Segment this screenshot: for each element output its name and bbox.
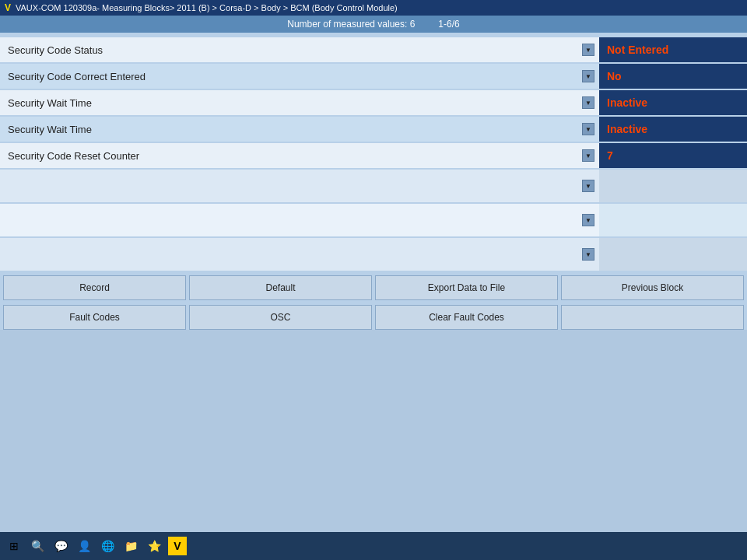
default-button[interactable]: Default (189, 275, 372, 300)
data-row: Security Wait Time ▼ Inactive (0, 117, 747, 142)
data-row: Security Code Reset Counter ▼ 7 (0, 143, 747, 168)
next-block-button[interactable] (561, 305, 744, 330)
value-text-5: 7 (607, 149, 613, 162)
data-row-empty: ▼ (0, 204, 747, 236)
field-cell-4: Security Wait Time ▼ (0, 117, 599, 142)
value-cell-3: Inactive (599, 90, 747, 115)
value-text-3: Inactive (607, 96, 647, 109)
osc-button[interactable]: OSC (189, 305, 372, 330)
taskbar: ⊞ 🔍 💬 👤 🌐 📁 ⭐ V (0, 532, 747, 560)
title-text: VAUX-COM 120309a- Measuring Blocks> 2011… (16, 3, 398, 12)
taskbar-vaux-icon[interactable]: V (168, 537, 187, 555)
field-cell-1: Security Code Status ▼ (0, 37, 599, 62)
field-cell-8: ▼ (0, 238, 599, 271)
vaux-logo: V (5, 2, 11, 13)
data-row-empty: ▼ (0, 238, 747, 271)
field-label-5: Security Code Reset Counter (8, 150, 591, 162)
clear-fault-button[interactable]: Clear Fault Codes (375, 305, 558, 330)
value-text-1: Not Entered (607, 44, 668, 56)
data-row-empty: ▼ (0, 170, 747, 202)
dropdown-arrow-6[interactable]: ▼ (582, 180, 594, 192)
taskbar-search-icon[interactable]: 🔍 (28, 537, 47, 555)
record-button[interactable]: Record (3, 275, 186, 300)
dropdown-arrow-2[interactable]: ▼ (582, 70, 594, 82)
data-row: Security Code Status ▼ Not Entered (0, 37, 747, 62)
value-cell-2: No (599, 64, 747, 89)
value-cell-1: Not Entered (599, 37, 747, 62)
dropdown-arrow-4[interactable]: ▼ (582, 123, 594, 135)
value-cell-6 (599, 170, 747, 202)
fault-codes-button[interactable]: Fault Codes (3, 305, 186, 330)
field-cell-7: ▼ (0, 204, 599, 236)
value-cell-4: Inactive (599, 117, 747, 142)
page-indicator: 1-6/6 (438, 19, 459, 30)
dropdown-arrow-5[interactable]: ▼ (582, 149, 594, 162)
export-button[interactable]: Export Data to File (375, 275, 558, 300)
value-text-4: Inactive (607, 123, 647, 135)
dropdown-arrow-3[interactable]: ▼ (582, 96, 594, 109)
dropdown-arrow-1[interactable]: ▼ (582, 44, 594, 56)
dropdown-arrow-8[interactable]: ▼ (582, 248, 594, 261)
taskbar-browser-icon[interactable]: 🌐 (98, 537, 117, 555)
field-label-2: Security Code Correct Entered (8, 71, 591, 82)
value-cell-5: 7 (599, 143, 747, 168)
field-cell-3: Security Wait Time ▼ (0, 90, 599, 115)
field-label-4: Security Wait Time (8, 124, 591, 135)
value-cell-7 (599, 204, 747, 236)
field-cell-2: Security Code Correct Entered ▼ (0, 64, 599, 89)
field-cell-6: ▼ (0, 170, 599, 202)
data-row: Security Wait Time ▼ Inactive (0, 90, 747, 115)
value-cell-8 (599, 238, 747, 271)
title-bar: V VAUX-COM 120309a- Measuring Blocks> 20… (0, 0, 747, 16)
taskbar-start-icon[interactable]: ⊞ (5, 537, 23, 555)
taskbar-chat-icon[interactable]: 💬 (51, 537, 70, 555)
main-content: Security Code Status ▼ Not Entered Secur… (0, 33, 747, 330)
button-row-2: Fault Codes OSC Clear Fault Codes (3, 305, 744, 330)
data-row: Security Code Correct Entered ▼ No (0, 64, 747, 89)
measured-values-label: Number of measured values: 6 (287, 19, 415, 30)
taskbar-star-icon[interactable]: ⭐ (145, 537, 163, 555)
field-label-3: Security Wait Time (8, 97, 591, 109)
subtitle-bar: Number of measured values: 6 1-6/6 (0, 16, 747, 33)
field-cell-5: Security Code Reset Counter ▼ (0, 143, 599, 168)
dropdown-arrow-7[interactable]: ▼ (582, 214, 594, 226)
field-label-1: Security Code Status (8, 44, 591, 56)
button-row-1: Record Default Export Data to File Previ… (3, 275, 744, 300)
taskbar-person-icon[interactable]: 👤 (75, 537, 93, 555)
taskbar-folder-icon[interactable]: 📁 (121, 537, 140, 555)
previous-block-button[interactable]: Previous Block (561, 275, 744, 300)
value-text-2: No (607, 70, 622, 82)
